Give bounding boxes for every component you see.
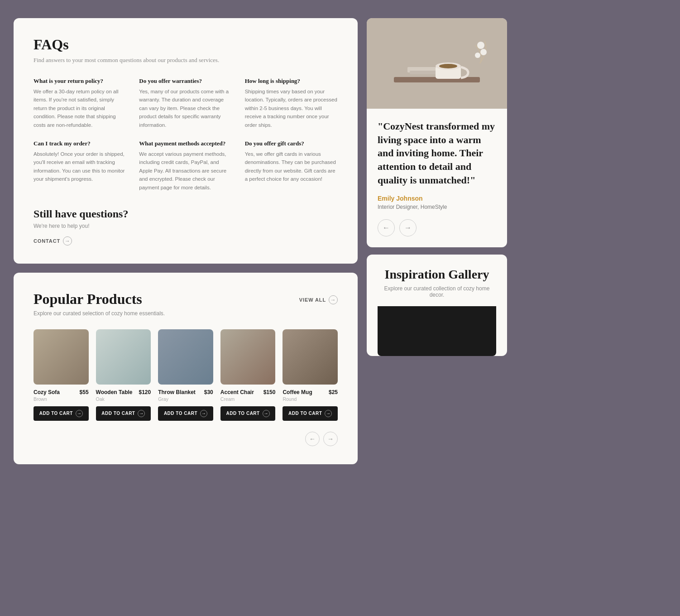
products-next-button[interactable]: → [323, 432, 338, 446]
faq-grid: What is your return policy? We offer a 3… [34, 77, 338, 192]
add-to-cart-chair[interactable]: ADD TO CART → [220, 406, 276, 421]
product-price-table: $120 [139, 389, 151, 395]
product-card-blanket: Throw Blanket $30 Gray ADD TO CART → [158, 329, 213, 421]
product-card-chair: Accent Chair $150 Cream ADD TO CART → [220, 329, 276, 421]
faq-q6: Do you offer gift cards? [245, 140, 338, 147]
product-image-blanket [158, 329, 213, 385]
product-name-row-table: Wooden Table $120 [96, 389, 151, 395]
products-prev-button[interactable]: ← [305, 432, 320, 446]
testimonial-prev-button[interactable]: ← [378, 219, 395, 236]
gallery-card: Inspiration Gallery Explore our curated … [367, 255, 507, 356]
svg-rect-3 [410, 71, 437, 74]
testimonial-nav: ← → [378, 219, 496, 236]
testimonial-card: "CozyNest transformed my living space in… [367, 18, 507, 247]
product-variant-blanket: Gray [158, 396, 213, 402]
faq-q2: Do you offer warranties? [139, 77, 232, 85]
product-variant-chair: Cream [220, 396, 276, 402]
product-price-chair: $150 [263, 389, 276, 395]
view-all-arrow-icon: → [329, 295, 338, 304]
product-variant-coffee: Round [283, 396, 338, 402]
faq-subtitle: Find answers to your most common questio… [34, 57, 338, 64]
faq-item-3: How long is shipping? Shipping times var… [245, 77, 338, 129]
faq-q5: What payment methods accepted? [139, 140, 232, 147]
view-all-label: VIEW ALL [299, 297, 326, 303]
product-name-chair: Accent Chair [220, 389, 254, 395]
product-card-sofa: Cozy Sofa $55 Brown ADD TO CART → [34, 329, 89, 421]
product-name-coffee: Coffee Mug [283, 389, 312, 395]
cart-arrow-icon-chair: → [263, 410, 270, 417]
hero-image [367, 18, 507, 109]
cart-arrow-icon-table: → [138, 410, 145, 417]
cart-arrow-icon-coffee: → [325, 410, 332, 417]
products-title: Popular Products [34, 291, 165, 308]
testimonial-name: Emily Johnson [378, 195, 496, 202]
faq-a4: Absolutely! Once your order is shipped, … [34, 150, 126, 183]
cart-arrow-icon-sofa: → [76, 410, 83, 417]
testimonial-role: Interior Designer, HomeStyle [378, 204, 496, 210]
faq-q1: What is your return policy? [34, 77, 126, 85]
product-name-row-blanket: Throw Blanket $30 [158, 389, 213, 395]
product-image-chair [220, 329, 276, 385]
faq-item-5: What payment methods accepted? We accept… [139, 140, 232, 192]
product-name-blanket: Throw Blanket [158, 389, 196, 395]
gallery-title: Inspiration Gallery [378, 267, 496, 282]
product-image-coffee [283, 329, 338, 385]
product-name-table: Wooden Table [96, 389, 133, 395]
svg-point-8 [477, 42, 484, 49]
product-image-table [96, 329, 151, 385]
product-name-row-coffee: Coffee Mug $25 [283, 389, 338, 395]
faq-item-1: What is your return policy? We offer a 3… [34, 77, 126, 129]
testimonial-quote: "CozyNest transformed my living space in… [378, 120, 496, 187]
product-card-table: Wooden Table $120 Oak ADD TO CART → [96, 329, 151, 421]
products-header: Popular Products Explore our curated sel… [34, 291, 338, 317]
add-to-cart-table[interactable]: ADD TO CART → [96, 406, 151, 421]
product-variant-sofa: Brown [34, 396, 89, 402]
svg-point-10 [475, 53, 480, 58]
add-to-cart-coffee[interactable]: ADD TO CART → [283, 406, 338, 421]
faq-item-6: Do you offer gift cards? Yes, we offer g… [245, 140, 338, 192]
product-card-coffee: Coffee Mug $25 Round ADD TO CART → [283, 329, 338, 421]
contact-label: CONTACT [34, 238, 60, 244]
svg-point-9 [480, 49, 487, 55]
faq-q4: Can I track my order? [34, 140, 126, 147]
testimonial-body: "CozyNest transformed my living space in… [367, 109, 507, 247]
faq-q3: How long is shipping? [245, 77, 338, 85]
faq-a5: We accept various payment methods, inclu… [139, 150, 232, 192]
add-to-cart-sofa[interactable]: ADD TO CART → [34, 406, 89, 421]
faq-a2: Yes, many of our products come with a wa… [139, 87, 232, 129]
svg-point-7 [439, 64, 457, 68]
faq-a1: We offer a 30-day return policy on all i… [34, 87, 126, 129]
svg-rect-0 [367, 18, 507, 109]
view-all-button[interactable]: VIEW ALL → [299, 295, 338, 304]
faq-a6: Yes, we offer gift cards in various deno… [245, 150, 338, 183]
still-questions-text: We're here to help you! [34, 223, 338, 229]
faq-item-4: Can I track my order? Absolutely! Once y… [34, 140, 126, 192]
faq-card: FAQs Find answers to your most common qu… [14, 18, 358, 264]
products-card: Popular Products Explore our curated sel… [14, 273, 358, 464]
products-subtitle: Explore our curated selection of cozy ho… [34, 310, 165, 317]
faq-title: FAQs [34, 36, 338, 53]
product-nav: ← → [34, 432, 338, 446]
product-variant-table: Oak [96, 396, 151, 402]
product-name-sofa: Cozy Sofa [34, 389, 60, 395]
product-name-row-chair: Accent Chair $150 [220, 389, 276, 395]
contact-link[interactable]: CONTACT → [34, 236, 338, 245]
product-price-blanket: $30 [204, 389, 213, 395]
products-grid: Cozy Sofa $55 Brown ADD TO CART → Wooden… [34, 329, 338, 421]
product-price-coffee: $25 [329, 389, 338, 395]
products-heading: Popular Products Explore our curated sel… [34, 291, 165, 317]
add-to-cart-blanket[interactable]: ADD TO CART → [158, 406, 213, 421]
faq-a3: Shipping times vary based on your locati… [245, 87, 338, 129]
product-image-sofa [34, 329, 89, 385]
cart-arrow-icon-blanket: → [200, 410, 207, 417]
product-price-sofa: $55 [80, 389, 89, 395]
product-name-row-sofa: Cozy Sofa $55 [34, 389, 89, 395]
testimonial-next-button[interactable]: → [399, 219, 417, 236]
gallery-image-preview [378, 306, 496, 356]
still-questions-title: Still have questions? [34, 208, 338, 220]
contact-arrow-icon: → [63, 236, 72, 245]
gallery-subtitle: Explore our curated collection of cozy h… [378, 285, 496, 298]
faq-item-2: Do you offer warranties? Yes, many of ou… [139, 77, 232, 129]
